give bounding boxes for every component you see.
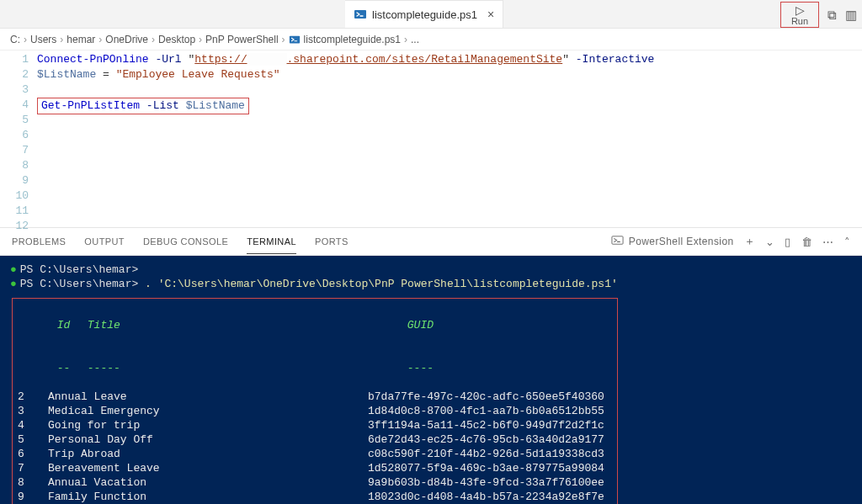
- cell-title: Personal Day Off: [48, 432, 368, 447]
- cell-guid: 9a9b603b-d84b-43fe-9fcd-33a7f76100ee: [368, 475, 604, 490]
- breadcrumb[interactable]: C:› Users› hemar› OneDrive› Desktop› PnP…: [0, 29, 862, 50]
- code-line-2[interactable]: $ListName = "Employee Leave Requests": [37, 67, 862, 82]
- code-line-3[interactable]: [37, 82, 862, 98]
- breadcrumb-part[interactable]: PnP PowerShell: [205, 34, 279, 45]
- panel-tab-output[interactable]: OUTPUT: [84, 236, 125, 247]
- code-line-7[interactable]: [37, 143, 862, 158]
- editor-tab[interactable]: listcompleteguide.ps1 ×: [345, 0, 503, 28]
- cell-guid: c08c590f-210f-44b2-926d-5d1a19338cd3: [368, 447, 604, 461]
- prompt-text: PS C:\Users\hemar>: [20, 278, 145, 290]
- token-url-redacted: [247, 53, 287, 66]
- code-line-1[interactable]: Connect-PnPOnline -Url "https:// .sharep…: [37, 52, 862, 67]
- cell-guid: 1d84d0c8-8700-4fc1-aa7b-6b0a6512bb55: [368, 404, 604, 418]
- powershell-icon: [611, 234, 624, 249]
- table-row: 4Going for trip3ff1194a-5a11-45c2-b6f0-9…: [18, 418, 610, 432]
- token-string: "Employee Leave Requests": [116, 68, 280, 81]
- divider-id: --: [57, 361, 88, 375]
- code-line-4[interactable]: Get-PnPListItem -List $ListName: [37, 98, 862, 113]
- code-line-6[interactable]: [37, 128, 862, 143]
- code-line-9[interactable]: [37, 173, 862, 188]
- panel-tab-ports[interactable]: PORTS: [315, 236, 349, 247]
- panel-right-controls: PowerShell Extension ＋ ⌄ ▯ 🗑 ⋯ ˄: [611, 234, 850, 249]
- code-line-10[interactable]: [37, 188, 862, 204]
- code-line-5[interactable]: [37, 113, 862, 128]
- breadcrumb-more[interactable]: ...: [411, 34, 419, 45]
- code-line-8[interactable]: [37, 158, 862, 173]
- cell-id: 9: [18, 490, 48, 504]
- chevron-right-icon: ›: [24, 34, 27, 45]
- cell-guid: 18023d0c-d408-4a4b-b57a-2234a92e8f7e: [368, 490, 604, 504]
- run-button[interactable]: ▷ Run: [780, 2, 819, 28]
- cell-guid: 1d528077-5f9a-469c-b3ae-879775a99084: [368, 461, 604, 475]
- table-row: 7Bereavement Leave1d528077-5f9a-469c-b3a…: [18, 461, 610, 475]
- panel-tab-debug[interactable]: DEBUG CONSOLE: [143, 236, 228, 247]
- header-title: Title: [88, 318, 407, 332]
- token-param: -List: [146, 99, 179, 112]
- breadcrumb-part[interactable]: hemar: [67, 34, 95, 45]
- panel-tab-terminal[interactable]: TERMINAL: [247, 236, 296, 254]
- table-row: 9Family Function18023d0c-d408-4a4b-b57a-…: [18, 490, 610, 504]
- cell-id: 6: [18, 447, 48, 461]
- table-row: 2Annual Leaveb7da77fe-497c-420c-adfc-650…: [18, 390, 610, 404]
- split-terminal-icon[interactable]: ▯: [785, 236, 790, 248]
- highlighted-command: Get-PnPListItem -List $ListName: [37, 98, 249, 114]
- header-id: Id: [57, 318, 88, 332]
- breadcrumb-part[interactable]: Desktop: [158, 34, 195, 45]
- table-header-row: IdTitleGUID: [18, 304, 610, 347]
- chevron-right-icon: ›: [152, 34, 155, 45]
- token-cmdlet: Get-PnPListItem: [41, 99, 140, 112]
- new-terminal-icon[interactable]: ＋: [744, 234, 755, 249]
- prompt-text: PS C:\Users\hemar>: [20, 263, 138, 276]
- token-cmdlet: Connect-PnPOnline: [37, 53, 149, 66]
- cell-title: Bereavement Leave: [48, 461, 368, 475]
- table-rows: 2Annual Leaveb7da77fe-497c-420c-adfc-650…: [18, 390, 610, 504]
- prompt-bullet-icon: ●: [10, 278, 17, 290]
- cell-guid: 3ff1194a-5a11-45c2-b6f0-949d7f2d2f1c: [368, 418, 604, 432]
- cell-title: Family Function: [48, 490, 368, 504]
- header-guid: GUID: [407, 318, 434, 332]
- code-line-11[interactable]: [37, 204, 862, 219]
- line-number-gutter: 123456789101112: [0, 50, 37, 227]
- token-param: -Url: [155, 53, 181, 66]
- cell-id: 2: [18, 390, 48, 404]
- token-url-suffix: .sharepoint.com/sites/RetailManagementSi…: [287, 53, 563, 66]
- code-editor[interactable]: 123456789101112 Connect-PnPOnline -Url "…: [0, 50, 862, 227]
- breadcrumb-part[interactable]: C:: [10, 34, 20, 45]
- divider-guid: ----: [407, 361, 434, 375]
- more-icon[interactable]: ⋯: [822, 236, 833, 248]
- cell-title: Going for trip: [48, 418, 368, 432]
- run-play-icon: ▷: [795, 4, 805, 16]
- divider-title: -----: [88, 361, 407, 375]
- prompt-bullet-icon: ●: [10, 263, 17, 276]
- token-url-prefix: https://: [194, 53, 247, 66]
- code-line-12[interactable]: [37, 219, 862, 234]
- chevron-right-icon: ›: [282, 34, 285, 45]
- tab-close-icon[interactable]: ×: [487, 8, 494, 21]
- breadcrumb-file-label: listcompleteguide.ps1: [304, 34, 401, 45]
- trash-icon[interactable]: 🗑: [801, 236, 812, 248]
- code-content[interactable]: Connect-PnPOnline -Url "https:// .sharep…: [37, 50, 862, 227]
- token-param: -Interactive: [576, 53, 655, 66]
- table-row: 3Medical Emergency1d84d0c8-8700-4fc1-aa7…: [18, 404, 610, 418]
- chevron-right-icon: ›: [404, 34, 407, 45]
- terminal-panel[interactable]: ●PS C:\Users\hemar> ●PS C:\Users\hemar> …: [0, 256, 862, 504]
- panel-tab-problems[interactable]: PROBLEMS: [12, 236, 66, 247]
- breadcrumb-file[interactable]: listcompleteguide.ps1: [289, 34, 401, 45]
- cell-guid: b7da77fe-497c-420c-adfc-650ee5f40360: [368, 390, 604, 404]
- breadcrumb-part[interactable]: Users: [30, 34, 56, 45]
- prompt-command: . 'C:\Users\hemar\OneDrive\Desktop\PnP P…: [145, 278, 618, 290]
- split-editor-icon[interactable]: ⧉: [827, 8, 837, 23]
- cell-title: Annual Leave: [48, 390, 368, 404]
- token-variable: $ListName: [37, 68, 96, 81]
- chevron-right-icon: ›: [199, 34, 202, 45]
- breadcrumb-part[interactable]: OneDrive: [105, 34, 148, 45]
- chevron-down-icon[interactable]: ⌄: [765, 236, 774, 248]
- chevron-up-icon[interactable]: ˄: [844, 236, 850, 248]
- terminal-launcher[interactable]: PowerShell Extension: [611, 234, 734, 249]
- token-variable: $ListName: [186, 99, 245, 112]
- svg-rect-1: [289, 35, 299, 43]
- cell-title: Annual Vacation: [48, 475, 368, 490]
- token-quote: ": [562, 53, 569, 66]
- layout-icon[interactable]: ▥: [845, 8, 857, 23]
- table-row: 6Trip Abroadc08c590f-210f-44b2-926d-5d1a…: [18, 447, 610, 461]
